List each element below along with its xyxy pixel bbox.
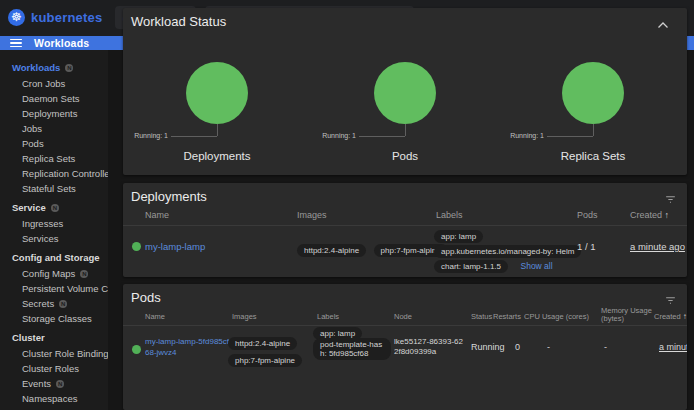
menu-icon[interactable] <box>10 39 22 48</box>
pie-chart-label: Pods <box>311 150 499 162</box>
pod-cpu-usage: - <box>547 342 550 352</box>
node-name: lke55127-86393-622f8d09399a <box>394 337 466 357</box>
image-chip: php:7-fpm-alpine <box>228 354 302 367</box>
namespaced-badge-icon: N <box>65 64 73 72</box>
show-all-labels-link[interactable]: Show all <box>520 261 552 271</box>
filter-icon[interactable] <box>664 193 677 206</box>
label-chip: chart: lamp-1.1.5 <box>434 260 508 273</box>
sidebar-item-cluster-roles[interactable]: Cluster Roles <box>0 361 108 376</box>
pie-chart-label: Replica Sets <box>499 150 687 162</box>
pie-chart-label: Deployments <box>123 150 311 162</box>
col-header-created[interactable]: Created ↑ <box>630 210 669 220</box>
sidebar-item-services[interactable]: Services <box>0 231 108 246</box>
replica-sets-pie-chart[interactable]: Running: 1 Replica Sets <box>499 46 687 168</box>
sidebar-item-namespaces[interactable]: Namespaces <box>0 391 108 406</box>
status-ok-icon <box>132 242 141 251</box>
col-header-memory-usage[interactable]: Memory Usage (bytes) <box>601 307 653 323</box>
pod-status: Running <box>471 342 505 352</box>
sidebar-item-jobs[interactable]: Jobs <box>0 121 108 136</box>
sidebar-item-workloads[interactable]: Workloads N <box>0 59 108 76</box>
col-header-images[interactable]: Images <box>297 210 327 220</box>
pods-pie-chart[interactable]: Running: 1 Pods <box>311 46 499 168</box>
workload-status-charts: Running: 1 Deployments Running: 1 Pods R… <box>123 46 687 168</box>
status-ok-icon <box>132 345 141 354</box>
pie-annotation: Running: 1 <box>510 132 544 139</box>
sidebar-item-service[interactable]: Service N <box>0 199 108 216</box>
namespaced-badge-icon: N <box>56 380 64 388</box>
deployments-pie-chart[interactable]: Running: 1 Deployments <box>123 46 311 168</box>
col-header-images[interactable]: Images <box>232 312 257 321</box>
page-title: Workloads <box>34 37 89 49</box>
sidebar-item-deployments[interactable]: Deployments <box>0 106 108 121</box>
label-chip: pod-template-hash: 5fd985cf68 <box>313 338 391 360</box>
pods-title: Pods <box>131 290 161 305</box>
sidebar-item-events[interactable]: Events N <box>0 376 108 391</box>
pie-slice-running <box>562 62 624 124</box>
col-header-name[interactable]: Name <box>145 210 169 220</box>
col-header-created[interactable]: Created ↑ <box>654 312 687 321</box>
kubernetes-dashboard: ☸ kubernetes default ▾ + <box>0 0 694 410</box>
sidebar-section-config-and-storage[interactable]: Config and Storage <box>0 249 108 266</box>
kubernetes-helm-icon: ☸ <box>8 9 25 26</box>
pie-slice-running <box>186 62 248 124</box>
pie-annotation: Running: 1 <box>134 132 168 139</box>
sidebar-item-cron-jobs[interactable]: Cron Jobs <box>0 76 108 91</box>
pods-ratio: 1 / 1 <box>577 241 596 252</box>
sidebar-item-stateful-sets[interactable]: Stateful Sets <box>0 181 108 196</box>
created-timestamp: a minute ago <box>630 241 685 252</box>
pod-restarts: 0 <box>515 342 520 352</box>
sidebar-item-secrets[interactable]: Secrets N <box>0 296 108 311</box>
pie-annotation: Running: 1 <box>322 132 356 139</box>
sidebar-nav: Workloads N Cron Jobs Daemon Sets Deploy… <box>0 50 108 410</box>
sidebar-item-storage-classes[interactable]: Storage Classes <box>0 311 108 326</box>
workload-status-title: Workload Status <box>131 14 226 29</box>
col-header-node[interactable]: Node <box>394 312 412 321</box>
col-header-pods[interactable]: Pods <box>577 210 598 220</box>
sort-ascending-icon: ↑ <box>683 312 687 321</box>
sidebar-section-cluster[interactable]: Cluster <box>0 329 108 346</box>
sidebar-item-cluster-role-bindings[interactable]: Cluster Role Bindings <box>0 346 108 361</box>
pie-slice-running <box>374 62 436 124</box>
filter-icon[interactable] <box>664 294 677 307</box>
namespaced-badge-icon: N <box>59 300 67 308</box>
col-header-name[interactable]: Name <box>145 312 165 321</box>
deployments-card: Deployments Name Images Labels Pods Crea… <box>123 183 687 277</box>
kubernetes-logo[interactable]: ☸ kubernetes <box>8 9 102 26</box>
pods-card: Pods Name Images Labels Node Status Rest… <box>123 284 687 410</box>
col-header-cpu-usage[interactable]: CPU Usage (cores) <box>524 312 589 321</box>
sidebar-item-persistent-volume-claims[interactable]: Persistent Volume Claims N <box>0 281 108 296</box>
sidebar-item-pods[interactable]: Pods <box>0 136 108 151</box>
sidebar-item-config-maps[interactable]: Config Maps N <box>0 266 108 281</box>
sidebar-item-daemon-sets[interactable]: Daemon Sets <box>0 91 108 106</box>
created-timestamp: a minute ago <box>659 342 687 352</box>
namespaced-badge-icon: N <box>80 270 88 278</box>
sidebar-item-replica-sets[interactable]: Replica Sets <box>0 151 108 166</box>
col-header-status[interactable]: Status <box>471 312 492 321</box>
sort-ascending-icon: ↑ <box>665 210 670 220</box>
workload-status-card: Workload Status Running: 1 Deployments R… <box>123 8 687 175</box>
sidebar-item-network-policies[interactable]: Network Policies N <box>0 406 108 410</box>
namespaced-badge-icon: N <box>51 204 59 212</box>
pod-memory-usage: - <box>604 342 607 352</box>
deployment-name-link[interactable]: my-lamp-lamp <box>145 241 205 252</box>
col-header-restarts[interactable]: Restarts <box>493 312 521 321</box>
sidebar-item-ingresses[interactable]: Ingresses <box>0 216 108 231</box>
col-header-labels[interactable]: Labels <box>317 312 339 321</box>
deployments-title: Deployments <box>131 189 207 204</box>
image-chip: httpd:2.4-alpine <box>297 244 366 257</box>
pod-name-link[interactable]: my-lamp-lamp-5fd985cf68-jwvz4 <box>145 336 231 358</box>
col-header-labels[interactable]: Labels <box>436 210 463 220</box>
sidebar-item-replication-controllers[interactable]: Replication Controllers <box>0 166 108 181</box>
brand-name: kubernetes <box>31 10 102 25</box>
collapse-chevron-icon[interactable] <box>657 21 669 29</box>
